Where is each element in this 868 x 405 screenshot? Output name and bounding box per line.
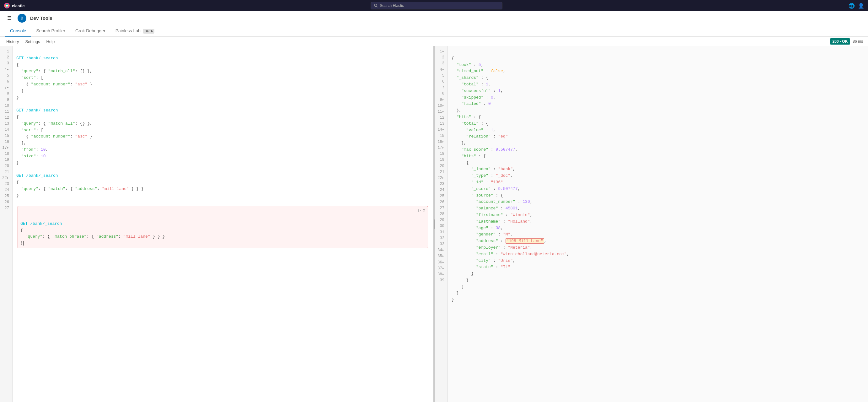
rln-18: 18 [437,151,445,157]
result-code-content: { "took" : 5, "timed_out" : false, "_sha… [448,46,868,402]
ln-10: 10 [2,103,10,109]
result-highlight-address: "198 Mill Lane" [505,238,544,243]
ln-2: 2 [2,55,10,61]
ln-24: 24 [2,187,10,193]
rln-26: 26 [437,199,445,205]
rln-39: 39 [437,278,445,284]
ln-21: 21 [2,169,10,175]
ln-5: 5 [2,73,10,79]
ln-27: 27 [2,205,10,211]
rln-14: 14▸ [437,127,445,133]
rln-33: 33 [437,241,445,248]
ln-16: 16 [2,139,10,145]
settings-button[interactable]: Settings [24,39,41,45]
hamburger-button[interactable]: ☰ [5,14,14,23]
rln-27: 27 [437,205,445,211]
code-content[interactable]: GET /bank/_search { "query": { "match_al… [12,46,433,402]
pane-divider[interactable] [434,46,435,402]
ln-14: 14 [2,127,10,133]
rln-15: 15 [437,133,445,139]
ln-11: 11 [2,109,10,115]
rln-24: 24 [437,187,445,193]
elastic-logo-icon [4,2,10,9]
ln-26: 26 [2,199,10,205]
rln-16: 16▸ [437,139,445,145]
tab-painless-lab[interactable]: Painless Lab BETA [111,25,160,37]
toolbar: History Settings Help 200 - OK 86 ms [0,37,868,46]
elastic-logo[interactable]: elastic [4,2,25,9]
ln-3: 3 [2,61,10,66]
rln-23: 23 [437,181,445,187]
ln-18: 18 [2,151,10,157]
user-icon[interactable]: 👤 [858,3,864,9]
tab-grok-debugger[interactable]: Grok Debugger [70,25,111,37]
tab-console[interactable]: Console [5,25,31,37]
user-avatar: D [18,14,26,23]
status-time: 86 ms [852,39,863,44]
editor-pane[interactable]: 1 2 3 4▸ 5 6 7▸ 8 9 10 11 12 13 14 15 16… [0,46,434,402]
search-icon [374,4,378,7]
rln-2: 2 [437,55,445,61]
global-search-bar[interactable]: Search Elastic [371,2,502,9]
rln-7: 7 [437,85,445,91]
help-button[interactable]: Help [45,39,56,45]
result-line-numbers: 1▸ 2 3 4▸ 5 6 7 8 9▸ 10▸ 11▸ 12 13 14▸ 1… [435,46,448,402]
globe-icon[interactable]: 🌐 [848,3,855,9]
rln-29: 29 [437,217,445,223]
top-bar: elastic Search Elastic 🌐 👤 [0,0,868,11]
rln-1: 1▸ [437,49,445,55]
history-button[interactable]: History [5,39,20,45]
status-code: 200 - OK [830,38,850,45]
ln-12: 12 [2,115,10,121]
app-title: Dev Tools [30,16,53,21]
ln-7: 7▸ [2,85,10,91]
rln-32: 32 [437,235,445,241]
rln-22: 22▸ [437,175,445,181]
rln-17: 17▸ [437,145,445,151]
rln-13: 13 [437,121,445,127]
svg-point-4 [374,4,377,7]
rln-19: 19 [437,157,445,163]
rln-36: 36▸ [437,260,445,266]
search-bar-area: Search Elastic [28,2,845,9]
rln-5: 5 [437,73,445,79]
ln-25: 25 [2,194,10,199]
beta-badge: BETA [143,29,154,34]
ln-19: 19 [2,157,10,163]
svg-point-3 [6,5,8,7]
code-line-1-path: /bank/_search [26,56,58,61]
rln-12: 12 [437,115,445,121]
ln-8: 8 [2,91,10,97]
tabs-bar: Console Search Profiler Grok Debugger Pa… [0,25,868,37]
rln-25: 25 [437,194,445,199]
rln-28: 28 [437,211,445,217]
code-area: 1 2 3 4▸ 5 6 7▸ 8 9 10 11 12 13 14 15 16… [0,46,433,402]
active-query-block: ▷ ⚙ GET /bank/_search { "query": { "matc… [18,206,428,248]
run-icon[interactable]: ▷ [418,207,421,214]
ln-20: 20 [2,163,10,169]
rln-3: 3 [437,61,445,66]
elastic-logo-text: elastic [12,3,25,8]
ln-6: 6 [2,79,10,85]
rln-4: 4▸ [437,67,445,73]
rln-11: 11▸ [437,109,445,115]
tab-search-profiler[interactable]: Search Profiler [31,25,70,37]
rln-37: 37▸ [437,266,445,271]
rln-38: 38▸ [437,271,445,278]
status-badge-area: 200 - OK 86 ms [830,38,863,45]
rln-10: 10▸ [437,103,445,109]
svg-line-5 [377,6,377,7]
ln-13: 13 [2,121,10,127]
settings-icon[interactable]: ⚙ [423,207,425,214]
rln-21: 21 [437,169,445,175]
result-pane[interactable]: 1▸ 2 3 4▸ 5 6 7 8 9▸ 10▸ 11▸ 12 13 14▸ 1… [435,46,868,402]
ln-4: 4▸ [2,67,10,73]
code-line-1-method: GET [16,56,24,61]
ln-17: 17▸ [2,145,10,151]
ln-15: 15 [2,133,10,139]
main-content: 1 2 3 4▸ 5 6 7▸ 8 9 10 11 12 13 14 15 16… [0,46,868,402]
rln-35: 35▸ [437,253,445,259]
ln-1: 1 [2,49,10,55]
ln-9: 9 [2,97,10,103]
result-code-area: 1▸ 2 3 4▸ 5 6 7 8 9▸ 10▸ 11▸ 12 13 14▸ 1… [435,46,868,402]
